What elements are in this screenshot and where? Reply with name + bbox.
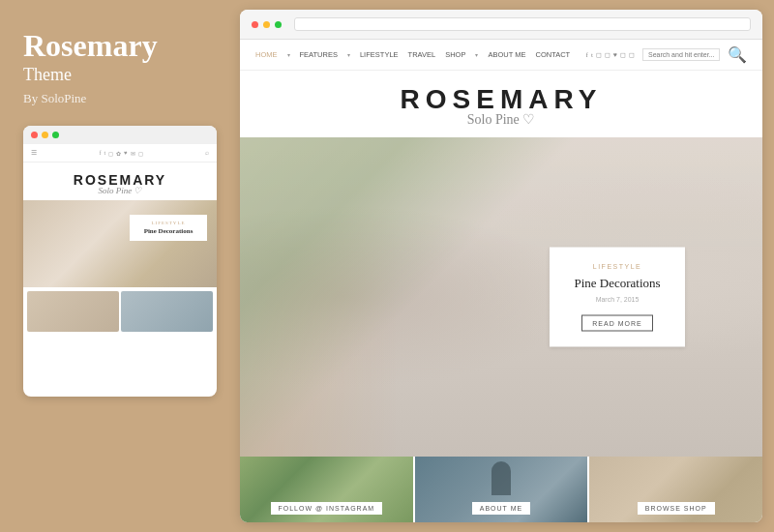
site-logo-area: ROSEMARY Solo Pine ♡: [240, 71, 762, 137]
rss-icon: ◻: [620, 51, 626, 59]
nav-lifestyle[interactable]: LIFESTYLE: [360, 50, 399, 59]
mini-bottom-img-1: [27, 291, 119, 332]
nav-arrow-3: ▾: [475, 51, 478, 58]
bottom-shop-label: BROWSE SHOP: [638, 502, 715, 515]
site-logo-script: Solo Pine ♡: [240, 111, 762, 128]
article-card: LIFESTYLE Pine Decorations March 7, 2015…: [550, 248, 685, 347]
bottom-row: FOLLOW @ INSTAGRAM ABOUT ME BROWSE SHOP: [240, 457, 762, 522]
bottom-about-label: ABOUT ME: [472, 502, 530, 515]
bottom-instagram[interactable]: FOLLOW @ INSTAGRAM: [240, 457, 413, 522]
main-browser: HOME ▾ FEATURES ▾ LIFESTYLE TRAVEL SHOP …: [240, 10, 762, 522]
nav-shop[interactable]: SHOP: [445, 50, 465, 59]
heart-icon: ♥: [613, 51, 617, 59]
browser-url-bar[interactable]: [294, 17, 751, 31]
mini-featured-image: LIFESTYLE Pine Decorations: [23, 200, 217, 287]
nav-links: HOME ▾ FEATURES ▾ LIFESTYLE TRAVEL SHOP …: [255, 50, 570, 59]
twitter-icon: t: [591, 51, 593, 59]
mini-browser-bar: [23, 126, 217, 144]
mini-dot-red: [31, 132, 38, 138]
mini-nav: ☰ ft◻✿♥✉◻ ⌕: [23, 144, 217, 163]
nav-about[interactable]: ABOUT ME: [488, 50, 525, 59]
sidebar-title: Rosemary: [23, 29, 217, 63]
mini-logo-script: Solo Pine ♡: [28, 186, 212, 195]
sidebar: Rosemary Theme By SoloPine ☰ ft◻✿♥✉◻ ⌕ R…: [0, 0, 240, 532]
facebook-icon: f: [586, 51, 588, 59]
nav-arrow-2: ▾: [347, 51, 350, 58]
mini-logo-area: ROSEMARY Solo Pine ♡: [23, 163, 217, 200]
nav-features[interactable]: FEATURES: [300, 50, 338, 59]
mini-bottom-images: [23, 287, 217, 336]
featured-section: LIFESTYLE Pine Decorations March 7, 2015…: [240, 137, 762, 457]
nav-contact[interactable]: CONTACT: [536, 50, 571, 59]
mobile-preview: ☰ ft◻✿♥✉◻ ⌕ ROSEMARY Solo Pine ♡ LIFESTY…: [23, 126, 217, 397]
search-input[interactable]: [642, 48, 720, 61]
dot-red: [252, 21, 258, 28]
dot-yellow: [263, 21, 270, 28]
bottom-about[interactable]: ABOUT ME: [415, 457, 588, 522]
bottom-shop[interactable]: BROWSE SHOP: [589, 457, 762, 522]
nav-arrow-1: ▾: [287, 51, 290, 58]
bottom-instagram-label: FOLLOW @ INSTAGRAM: [271, 502, 383, 515]
nav-right: f t ◻ ◻ ♥ ◻ ◻ 🔍: [586, 45, 747, 64]
mini-social-icons: ft◻✿♥✉◻: [99, 150, 142, 157]
sidebar-subtitle: Theme: [23, 65, 217, 85]
mini-card-title: Pine Decorations: [137, 227, 199, 235]
nav-home[interactable]: HOME: [255, 50, 278, 59]
mini-dot-yellow: [42, 132, 48, 138]
browser-bar: [240, 10, 762, 40]
sidebar-author: By SoloPine: [23, 91, 217, 106]
mini-search-icon: ⌕: [205, 149, 209, 157]
dot-green: [275, 21, 282, 28]
article-category: LIFESTYLE: [569, 263, 666, 270]
mini-dot-green: [52, 132, 59, 138]
mini-hamburger-icon: ☰: [31, 149, 37, 157]
pinterest-icon: ◻: [605, 51, 610, 59]
search-submit-icon[interactable]: 🔍: [728, 45, 747, 64]
instagram-icon: ◻: [596, 51, 602, 59]
article-title: Pine Decorations: [569, 276, 666, 291]
cart-icon: ◻: [629, 51, 635, 59]
read-more-button[interactable]: READ MORE: [581, 315, 652, 332]
mini-bottom-img-2: [121, 291, 213, 332]
mini-article-card: LIFESTYLE Pine Decorations: [130, 215, 207, 241]
nav-travel[interactable]: TRAVEL: [408, 50, 436, 59]
social-icons: f t ◻ ◻ ♥ ◻ ◻: [586, 51, 635, 59]
mini-card-category: LIFESTYLE: [137, 221, 199, 225]
top-nav: HOME ▾ FEATURES ▾ LIFESTYLE TRAVEL SHOP …: [240, 40, 762, 71]
article-date: March 7, 2015: [569, 296, 666, 303]
website-content: HOME ▾ FEATURES ▾ LIFESTYLE TRAVEL SHOP …: [240, 40, 762, 522]
